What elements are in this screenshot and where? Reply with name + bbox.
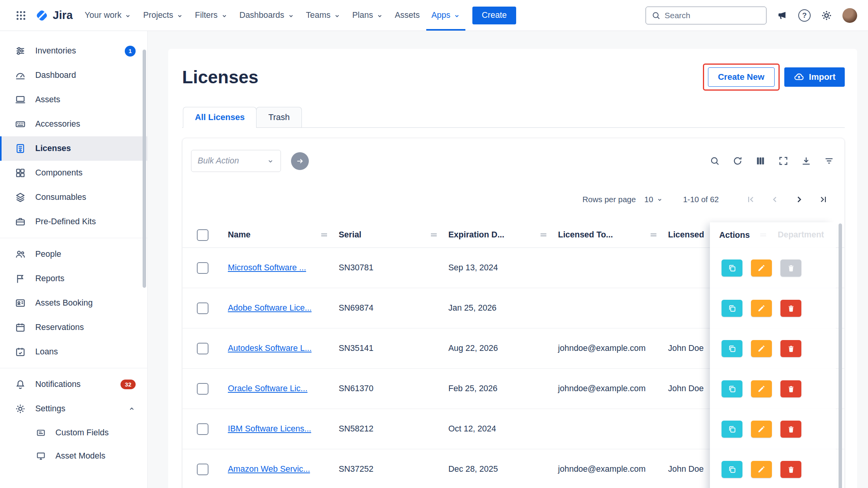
download-icon[interactable] (801, 156, 811, 166)
sidebar-item-reservations[interactable]: Reservations (0, 315, 147, 340)
column-header-name[interactable]: Name (222, 230, 333, 240)
sidebar-item-assets-booking[interactable]: Assets Booking (0, 291, 147, 315)
table-search-icon[interactable] (710, 156, 720, 166)
license-name-link[interactable]: Microsoft Software ... (228, 263, 306, 273)
search-input[interactable] (665, 11, 770, 20)
edit-button[interactable] (751, 259, 772, 277)
settings-gear-icon[interactable] (821, 10, 832, 21)
sidebar-item-reports[interactable]: Reports (0, 266, 147, 291)
drag-handle-icon[interactable] (650, 232, 657, 237)
delete-button[interactable] (780, 380, 801, 397)
select-all-checkbox[interactable] (197, 229, 208, 241)
delete-button[interactable] (780, 259, 801, 277)
edit-button[interactable] (751, 421, 772, 438)
license-name-link[interactable]: IBM Software Licens... (228, 424, 311, 434)
clone-button[interactable] (722, 300, 742, 317)
actions-column-header: Actions (710, 222, 836, 248)
delete-button[interactable] (780, 421, 801, 438)
rows-per-page-select[interactable]: 10 (644, 195, 663, 204)
jira-logo[interactable]: Jira (33, 0, 78, 31)
create-new-button[interactable]: Create New (708, 67, 775, 87)
fullscreen-icon[interactable] (778, 156, 789, 166)
bulk-action-select[interactable]: Bulk Action (191, 150, 281, 172)
chevron-down-icon (267, 157, 274, 165)
edit-button[interactable] (751, 461, 772, 478)
sidebar-item-loans[interactable]: Loans (0, 340, 147, 364)
sidebar-item-dashboard[interactable]: Dashboard (0, 63, 147, 88)
sidebar-item-label: Loans (35, 347, 58, 357)
sidebar-item-accessories[interactable]: Accessories (0, 112, 147, 136)
nav-item-projects[interactable]: Projects (138, 0, 188, 31)
edit-button[interactable] (751, 380, 772, 397)
drag-handle-icon[interactable] (320, 232, 328, 237)
app-switcher-icon[interactable] (11, 0, 31, 31)
help-icon[interactable]: ? (798, 9, 811, 22)
refresh-icon[interactable] (732, 156, 743, 166)
columns-icon[interactable] (755, 156, 766, 166)
nav-item-apps[interactable]: Apps (426, 0, 465, 31)
license-name-link[interactable]: Autodesk Software L... (228, 344, 312, 353)
nav-item-assets[interactable]: Assets (390, 0, 425, 31)
tab-trash[interactable]: Trash (256, 107, 301, 127)
sidebar-item-asset-models[interactable]: Asset Models (0, 444, 147, 467)
search-box[interactable] (646, 7, 766, 24)
sidebar-item-assets[interactable]: Assets (0, 88, 147, 112)
delete-button[interactable] (780, 340, 801, 357)
table-scrollbar[interactable] (839, 223, 842, 488)
sidebar-item-custom-fields[interactable]: Custom Fields (0, 421, 147, 444)
clone-button[interactable] (722, 421, 742, 438)
sidebar-item-label: Assets Booking (35, 298, 93, 308)
first-page-button[interactable] (739, 195, 763, 204)
clone-button[interactable] (722, 461, 742, 478)
sidebar-item-pre-defined-kits[interactable]: Pre-Defined Kits (0, 210, 147, 234)
sidebar-item-components[interactable]: Components (0, 161, 147, 185)
license-name-link[interactable]: Amazon Web Servic... (228, 464, 310, 474)
sidebar-item-inventories[interactable]: Inventories 1 (0, 39, 147, 63)
chevron-down-icon (656, 196, 663, 203)
row-checkbox[interactable] (197, 383, 208, 395)
nav-item-your-work[interactable]: Your work (80, 0, 137, 31)
announcements-icon[interactable] (777, 10, 788, 21)
prev-page-button[interactable] (763, 195, 787, 204)
license-name-link[interactable]: Adobe Software Lice... (228, 303, 312, 313)
nav-item-dashboards[interactable]: Dashboards (234, 0, 300, 31)
create-button[interactable]: Create (472, 7, 516, 24)
search-icon (651, 11, 661, 20)
delete-button[interactable] (780, 461, 801, 478)
column-header-expiration[interactable]: Expiration D... (443, 230, 553, 240)
sidebar-item-people[interactable]: People (0, 242, 147, 266)
row-checkbox[interactable] (197, 302, 208, 314)
sidebar-item-settings[interactable]: Settings (0, 397, 147, 421)
last-page-button[interactable] (811, 195, 835, 204)
column-header-serial[interactable]: Serial (333, 230, 443, 240)
page-header: Licenses Create New Import (182, 64, 845, 91)
sidebar-scrollbar[interactable] (143, 50, 146, 288)
nav-item-teams[interactable]: Teams (301, 0, 346, 31)
apply-bulk-action-button[interactable] (291, 152, 309, 170)
edit-button[interactable] (751, 340, 772, 357)
import-button[interactable]: Import (784, 67, 845, 87)
clone-button[interactable] (722, 380, 742, 397)
row-checkbox[interactable] (197, 464, 208, 475)
sidebar-item-consumables[interactable]: Consumables (0, 185, 147, 210)
row-checkbox[interactable] (197, 262, 208, 274)
row-checkbox[interactable] (197, 423, 208, 435)
drag-handle-icon[interactable] (430, 232, 437, 237)
sidebar-item-licenses[interactable]: Licenses (0, 136, 147, 161)
chevron-down-icon (176, 12, 183, 19)
filter-icon[interactable] (824, 156, 834, 166)
clone-button[interactable] (722, 340, 742, 357)
drag-handle-icon[interactable] (540, 232, 547, 237)
delete-button[interactable] (780, 300, 801, 317)
tab-all-licenses[interactable]: All Licenses (183, 107, 257, 127)
column-header-licensed-to[interactable]: Licensed To... (553, 230, 663, 240)
nav-item-plans[interactable]: Plans (347, 0, 388, 31)
user-avatar[interactable] (842, 8, 857, 23)
clone-button[interactable] (722, 259, 742, 277)
edit-button[interactable] (751, 300, 772, 317)
nav-item-filters[interactable]: Filters (190, 0, 233, 31)
license-name-link[interactable]: Oracle Software Lic... (228, 384, 308, 393)
sidebar-item-notifications[interactable]: Notifications 32 (0, 372, 147, 397)
row-checkbox[interactable] (197, 343, 208, 354)
next-page-button[interactable] (787, 194, 811, 204)
